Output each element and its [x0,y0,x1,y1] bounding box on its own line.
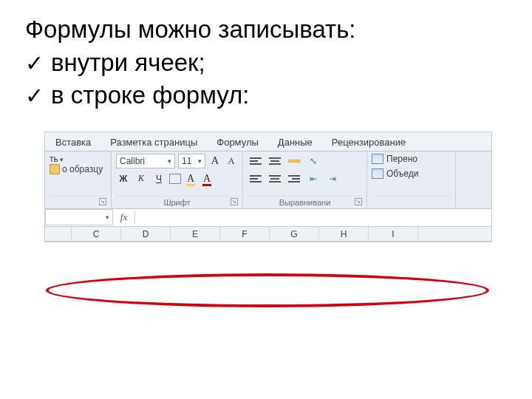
bold-button[interactable]: Ж [116,171,131,186]
dropdown-icon[interactable]: ▾ [106,214,109,221]
italic-button[interactable]: К [134,171,149,186]
wrap-group-label [372,196,451,207]
wrap-merge-group: Перено Объеди [367,151,456,208]
font-size-combo[interactable]: 11 ▾ [178,154,205,168]
formula-input[interactable] [135,209,491,225]
excel-window-fragment: Вставка Разметка страницы Формулы Данные… [44,132,492,242]
column-header-g[interactable]: G [270,227,319,241]
column-headers: C D E F G H I [45,227,491,242]
dropdown-icon[interactable]: ▾ [198,157,202,165]
highlight-ellipse [46,273,489,307]
font-name-value: Calibri [120,156,145,166]
font-group-label: Шрифт↘ [116,196,238,207]
align-top-button[interactable] [248,154,264,168]
font-color-button[interactable]: A [200,171,214,186]
paste-button[interactable]: ть [50,154,106,164]
tab-insert[interactable]: Вставка [55,137,91,148]
ribbon-body: ть о образцу ↘ Calibri ▾ 11 ▾ [45,151,491,209]
merge-cells-label-fragment: Объеди [386,168,418,179]
align-bottom-button[interactable] [286,154,302,168]
orientation-button[interactable]: ⤡ [305,154,321,168]
column-header-f[interactable]: F [220,227,270,241]
column-header-c[interactable]: C [72,227,121,241]
bullet-1: ✓ внутри ячеек; [25,47,507,80]
dialog-launcher-icon[interactable]: ↘ [231,198,238,205]
border-button[interactable] [169,174,181,184]
tab-review[interactable]: Рецензирование [332,137,406,148]
fx-icon[interactable]: fx [113,210,135,225]
dialog-launcher-icon[interactable]: ↘ [99,198,106,205]
tab-data[interactable]: Данные [278,137,313,148]
wrap-text-icon [372,154,383,164]
wrap-text-button[interactable]: Перено [372,154,451,164]
font-size-value: 11 [182,156,191,166]
bullet-2-text: в строке формул: [51,79,249,112]
column-header-e[interactable]: E [171,227,220,241]
column-header-d[interactable]: D [121,227,171,241]
dialog-launcher-icon[interactable]: ↘ [355,198,362,205]
format-painter-button[interactable]: о образцу [50,164,106,174]
dropdown-icon[interactable]: ▾ [168,157,171,165]
bullet-2: ✓ в строке формул: [25,79,507,112]
column-header-h[interactable]: H [319,227,369,241]
format-painter-label-fragment: о образцу [62,164,103,174]
tab-page-layout[interactable]: Разметка страницы [110,137,197,148]
align-center-button[interactable] [267,171,283,186]
align-right-button[interactable] [286,171,302,186]
merge-cells-button[interactable]: Объеди [372,168,451,179]
alignment-group-label: Выравнивани↘ [248,196,362,207]
fill-color-button[interactable]: A [184,171,197,186]
check-icon: ✓ [25,81,44,112]
check-icon: ✓ [25,49,44,79]
tab-formulas[interactable]: Формулы [216,137,259,148]
paste-label-fragment: ть [50,154,58,164]
decrease-font-button[interactable]: A [225,154,238,168]
dropdown-icon[interactable] [60,154,66,160]
clipboard-group: ть о образцу ↘ [45,151,112,208]
clipboard-group-label: ↘ [50,196,106,207]
increase-font-button[interactable]: A [208,154,222,168]
decrease-indent-button[interactable]: ⇤ [305,171,321,186]
slide-heading: Формулы можно записывать: [0,0,532,47]
ribbon-tabs: Вставка Разметка страницы Формулы Данные… [45,132,491,151]
brush-icon [50,164,60,174]
underline-button[interactable]: Ч [151,171,166,186]
wrap-text-label-fragment: Перено [386,154,417,164]
formula-bar: ▾ fx [45,209,491,227]
bullet-list: ✓ внутри ячеек; ✓ в строке формул: [0,47,532,126]
select-all-corner[interactable] [45,227,72,241]
merge-cells-icon [372,168,383,179]
font-name-combo[interactable]: Calibri ▾ [116,154,175,168]
alignment-group: ⤡ ⇤ ⇥ Выравнивани↘ [243,151,367,208]
font-group: Calibri ▾ 11 ▾ A A Ж К Ч A A [112,151,243,208]
bullet-1-text: внутри ячеек; [51,47,205,80]
column-header-i[interactable]: I [369,227,418,241]
increase-indent-button[interactable]: ⇥ [324,171,341,186]
align-left-button[interactable] [248,171,264,186]
name-box[interactable]: ▾ [45,209,113,225]
align-middle-button[interactable] [267,154,283,168]
